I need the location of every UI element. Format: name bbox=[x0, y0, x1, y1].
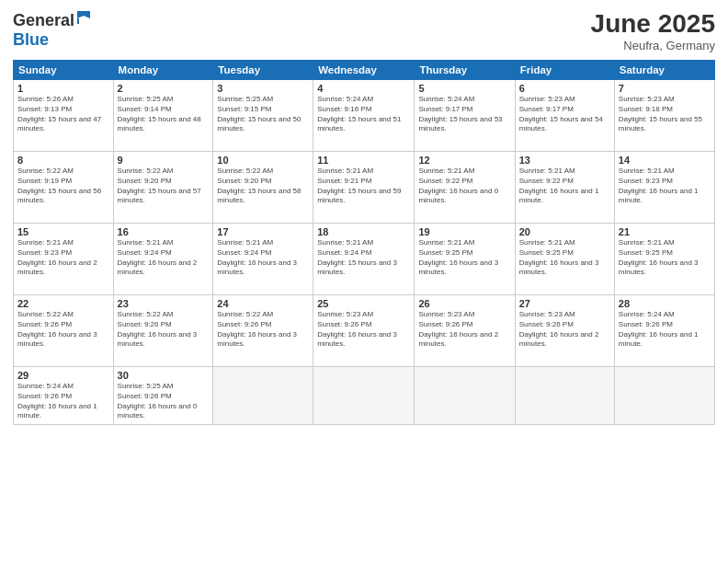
calendar-day-cell: 27 Sunrise: 5:23 AM Sunset: 9:26 PM Dayl… bbox=[515, 295, 614, 367]
calendar-day-cell: 22 Sunrise: 5:22 AM Sunset: 9:26 PM Dayl… bbox=[14, 295, 114, 367]
sunset-label: Sunset: 9:24 PM bbox=[317, 248, 371, 257]
col-header-thursday: Thursday bbox=[415, 61, 515, 80]
col-header-monday: Monday bbox=[113, 61, 213, 80]
calendar-day-cell: 4 Sunrise: 5:24 AM Sunset: 9:16 PM Dayli… bbox=[313, 80, 415, 152]
sunrise-label: Sunrise: 5:22 AM bbox=[217, 167, 273, 175]
calendar-day-cell: 26 Sunrise: 5:23 AM Sunset: 9:26 PM Dayl… bbox=[415, 295, 515, 367]
sunrise-label: Sunrise: 5:24 AM bbox=[619, 310, 675, 318]
daylight-label: Daylight: 15 hours and 47 minutes. bbox=[17, 115, 101, 133]
day-info: Sunrise: 5:23 AM Sunset: 9:17 PM Dayligh… bbox=[519, 95, 610, 134]
sunrise-label: Sunrise: 5:23 AM bbox=[619, 95, 675, 103]
calendar-day-cell: 5 Sunrise: 5:24 AM Sunset: 9:17 PM Dayli… bbox=[415, 80, 515, 152]
day-number: 5 bbox=[418, 83, 510, 94]
calendar-week-row: 15 Sunrise: 5:21 AM Sunset: 9:23 PM Dayl… bbox=[14, 224, 715, 295]
page: General Blue June 2025 Neufra, Germany S… bbox=[0, 0, 728, 563]
col-header-sunday: Sunday bbox=[14, 61, 114, 80]
sunrise-label: Sunrise: 5:22 AM bbox=[217, 310, 273, 318]
day-info: Sunrise: 5:23 AM Sunset: 9:18 PM Dayligh… bbox=[619, 95, 711, 134]
day-number: 27 bbox=[519, 298, 610, 309]
day-number: 12 bbox=[418, 155, 510, 166]
daylight-label: Daylight: 16 hours and 3 minutes. bbox=[418, 259, 498, 277]
day-info: Sunrise: 5:22 AM Sunset: 9:20 PM Dayligh… bbox=[217, 167, 309, 206]
sunrise-label: Sunrise: 5:25 AM bbox=[118, 95, 174, 103]
day-number: 19 bbox=[418, 226, 510, 237]
logo-flag-icon bbox=[75, 9, 92, 26]
day-info: Sunrise: 5:21 AM Sunset: 9:23 PM Dayligh… bbox=[619, 167, 711, 206]
logo-blue: Blue bbox=[13, 30, 49, 49]
day-number: 29 bbox=[17, 370, 109, 381]
col-header-tuesday: Tuesday bbox=[213, 61, 313, 80]
sunset-label: Sunset: 9:26 PM bbox=[619, 320, 673, 328]
day-number: 14 bbox=[619, 155, 711, 166]
calendar-day-cell: 12 Sunrise: 5:21 AM Sunset: 9:22 PM Dayl… bbox=[415, 152, 515, 224]
calendar-week-row: 29 Sunrise: 5:24 AM Sunset: 9:26 PM Dayl… bbox=[14, 367, 715, 425]
day-number: 25 bbox=[317, 298, 410, 309]
sunset-label: Sunset: 9:16 PM bbox=[317, 105, 371, 113]
day-number: 8 bbox=[17, 155, 109, 166]
sunrise-label: Sunrise: 5:21 AM bbox=[217, 238, 273, 247]
sunset-label: Sunset: 9:14 PM bbox=[118, 105, 172, 113]
sunset-label: Sunset: 9:15 PM bbox=[217, 105, 271, 113]
sunset-label: Sunset: 9:17 PM bbox=[519, 105, 574, 113]
day-info: Sunrise: 5:26 AM Sunset: 9:13 PM Dayligh… bbox=[17, 95, 109, 134]
sunrise-label: Sunrise: 5:21 AM bbox=[519, 238, 575, 247]
sunrise-label: Sunrise: 5:23 AM bbox=[519, 95, 575, 103]
calendar-day-cell: 2 Sunrise: 5:25 AM Sunset: 9:14 PM Dayli… bbox=[113, 80, 213, 152]
sunset-label: Sunset: 9:17 PM bbox=[418, 105, 472, 113]
sunrise-label: Sunrise: 5:21 AM bbox=[118, 238, 174, 247]
day-number: 20 bbox=[519, 226, 610, 237]
day-info: Sunrise: 5:22 AM Sunset: 9:20 PM Dayligh… bbox=[118, 167, 210, 206]
day-info: Sunrise: 5:21 AM Sunset: 9:22 PM Dayligh… bbox=[519, 167, 610, 206]
calendar-day-cell: 19 Sunrise: 5:21 AM Sunset: 9:25 PM Dayl… bbox=[415, 224, 515, 295]
sunrise-label: Sunrise: 5:22 AM bbox=[17, 310, 74, 318]
sunset-label: Sunset: 9:25 PM bbox=[519, 248, 574, 257]
sunrise-label: Sunrise: 5:21 AM bbox=[17, 238, 74, 247]
day-info: Sunrise: 5:24 AM Sunset: 9:26 PM Dayligh… bbox=[619, 310, 711, 350]
calendar-day-cell: 7 Sunrise: 5:23 AM Sunset: 9:18 PM Dayli… bbox=[614, 80, 714, 152]
day-info: Sunrise: 5:24 AM Sunset: 9:16 PM Dayligh… bbox=[317, 95, 410, 134]
calendar-day-cell: 20 Sunrise: 5:21 AM Sunset: 9:25 PM Dayl… bbox=[515, 224, 614, 295]
sunrise-label: Sunrise: 5:24 AM bbox=[317, 95, 373, 103]
day-info: Sunrise: 5:21 AM Sunset: 9:22 PM Dayligh… bbox=[418, 167, 510, 206]
sunrise-label: Sunrise: 5:22 AM bbox=[118, 310, 174, 318]
calendar-day-cell: 18 Sunrise: 5:21 AM Sunset: 9:24 PM Dayl… bbox=[313, 224, 415, 295]
sunset-label: Sunset: 9:25 PM bbox=[418, 248, 472, 257]
sunset-label: Sunset: 9:26 PM bbox=[519, 320, 574, 328]
sunset-label: Sunset: 9:21 PM bbox=[317, 177, 371, 185]
day-info: Sunrise: 5:22 AM Sunset: 9:26 PM Dayligh… bbox=[217, 310, 309, 350]
day-info: Sunrise: 5:22 AM Sunset: 9:26 PM Dayligh… bbox=[17, 310, 109, 350]
calendar-day-cell bbox=[313, 367, 415, 425]
daylight-label: Daylight: 15 hours and 3 minutes. bbox=[317, 259, 397, 277]
sunset-label: Sunset: 9:25 PM bbox=[619, 248, 673, 257]
daylight-label: Daylight: 16 hours and 3 minutes. bbox=[317, 330, 397, 349]
calendar-day-cell: 3 Sunrise: 5:25 AM Sunset: 9:15 PM Dayli… bbox=[213, 80, 313, 152]
calendar-day-cell bbox=[415, 367, 515, 425]
day-number: 13 bbox=[519, 155, 610, 166]
day-info: Sunrise: 5:21 AM Sunset: 9:21 PM Dayligh… bbox=[317, 167, 410, 206]
sunset-label: Sunset: 9:26 PM bbox=[217, 320, 271, 328]
day-number: 21 bbox=[619, 226, 711, 237]
title-location: Neufra, Germany bbox=[591, 39, 715, 52]
daylight-label: Daylight: 16 hours and 1 minute. bbox=[619, 187, 699, 205]
sunrise-label: Sunrise: 5:23 AM bbox=[317, 310, 373, 318]
sunrise-label: Sunrise: 5:21 AM bbox=[418, 238, 474, 247]
calendar-day-cell bbox=[213, 367, 313, 425]
day-info: Sunrise: 5:25 AM Sunset: 9:26 PM Dayligh… bbox=[118, 382, 210, 421]
sunrise-label: Sunrise: 5:22 AM bbox=[118, 167, 174, 175]
calendar-day-cell: 11 Sunrise: 5:21 AM Sunset: 9:21 PM Dayl… bbox=[313, 152, 415, 224]
day-info: Sunrise: 5:21 AM Sunset: 9:24 PM Dayligh… bbox=[217, 238, 309, 278]
daylight-label: Daylight: 16 hours and 3 minutes. bbox=[217, 330, 297, 349]
sunset-label: Sunset: 9:26 PM bbox=[118, 320, 172, 328]
daylight-label: Daylight: 16 hours and 3 minutes. bbox=[17, 330, 97, 349]
sunrise-label: Sunrise: 5:23 AM bbox=[519, 310, 575, 318]
sunrise-label: Sunrise: 5:24 AM bbox=[17, 382, 74, 390]
sunset-label: Sunset: 9:24 PM bbox=[118, 248, 172, 257]
sunset-label: Sunset: 9:26 PM bbox=[118, 392, 172, 400]
day-info: Sunrise: 5:21 AM Sunset: 9:25 PM Dayligh… bbox=[418, 238, 510, 278]
day-info: Sunrise: 5:21 AM Sunset: 9:25 PM Dayligh… bbox=[619, 238, 711, 278]
sunset-label: Sunset: 9:26 PM bbox=[317, 320, 371, 328]
daylight-label: Daylight: 16 hours and 1 minute. bbox=[17, 402, 97, 420]
calendar-table: SundayMondayTuesdayWednesdayThursdayFrid… bbox=[13, 60, 715, 425]
daylight-label: Daylight: 16 hours and 1 minute. bbox=[619, 330, 699, 349]
day-info: Sunrise: 5:21 AM Sunset: 9:24 PM Dayligh… bbox=[317, 238, 410, 278]
